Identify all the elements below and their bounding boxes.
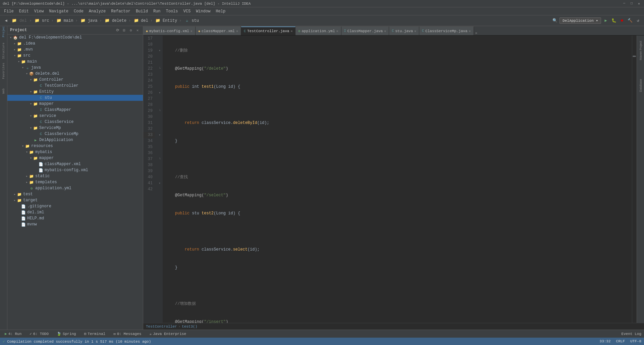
menu-run[interactable]: Run (151, 8, 163, 14)
tree-item-entity[interactable]: ▾ 📁 Entity (7, 89, 143, 95)
debug-button[interactable]: 🐛 (610, 17, 617, 24)
tree-item-del-root[interactable]: ▾ 🏠 del F:\developmentCode\del (7, 34, 143, 41)
collapse-all-button[interactable]: ⊟ (121, 27, 127, 33)
bottom-tab-messages[interactable]: ✉ 0: Messages (111, 330, 143, 338)
tab-stu-java[interactable]: C stu.java ✕ (389, 26, 419, 35)
bottom-tab-spring[interactable]: 🍃 Spring (55, 330, 78, 338)
breadcrumb-main-icon[interactable]: 📁 (56, 17, 62, 24)
breadcrumb-del-icon[interactable]: 📁 (11, 17, 17, 24)
web-panel-toggle[interactable]: Web (0, 88, 7, 94)
structure-panel-toggle[interactable]: Structure (0, 48, 7, 54)
menu-view[interactable]: View (32, 8, 47, 14)
tab-classmapper-java[interactable]: I ClassMapper.java ✕ (341, 26, 389, 35)
tree-item-target[interactable]: ▸ 📁 target (7, 197, 143, 203)
bottom-tab-run[interactable]: ▶ 4: Run (3, 330, 23, 338)
breadcrumb-del-folder-icon[interactable]: 📁 (133, 17, 140, 24)
menu-tools[interactable]: Tools (163, 8, 181, 14)
close-panel-button[interactable]: ✕ (135, 27, 140, 33)
breadcrumb-entity-icon[interactable]: 📁 (155, 17, 161, 24)
tree-item-resources[interactable]: ▾ 📁 resources (7, 143, 143, 149)
bottom-tab-todo[interactable]: ✓ 6: TODO (28, 330, 51, 338)
gutter-fold-41[interactable]: ▾ (157, 180, 163, 186)
project-panel-toggle[interactable]: Project (0, 27, 7, 34)
run-button[interactable]: ▶ (602, 17, 609, 24)
breadcrumb-test3[interactable]: test3() (182, 325, 197, 329)
settings-button[interactable]: ⚙ (128, 27, 133, 33)
refresh-button[interactable]: ↺ (635, 17, 641, 24)
gutter-fold-26[interactable]: ▾ (157, 90, 163, 96)
tree-item-classservicemp[interactable]: ▸ C ClassServiceMp (7, 131, 143, 137)
breadcrumb-stu-icon[interactable]: ☕ (183, 17, 190, 24)
favorites-panel-toggle[interactable]: Favorites (0, 68, 7, 74)
menu-vcs[interactable]: VCS (181, 8, 194, 14)
gutter-fold-37[interactable]: └ (157, 156, 163, 162)
tree-item-classmapper[interactable]: ▸ I ClassMapper (7, 107, 143, 113)
minimize-button[interactable]: ─ (622, 1, 627, 6)
tree-item-help-md[interactable]: ▸ 📄 HELP.md (7, 215, 143, 221)
tree-item-mvnw[interactable]: ▸ 📄 mvnw (7, 221, 143, 227)
encoding[interactable]: UTF-8 (630, 339, 641, 343)
tree-item-delete-del[interactable]: ▾ 📦 delete.del (7, 71, 143, 77)
sync-button[interactable]: ⟳ (115, 27, 120, 33)
tree-item-src[interactable]: ▾ 📁 src (7, 53, 143, 59)
code-editor[interactable]: //删除 @GetMapping("/delete") public int t… (163, 36, 632, 323)
breadcrumb-testcontroller[interactable]: TestController (146, 325, 177, 329)
tab-testcontroller[interactable]: C TestController.java ✕ (241, 26, 296, 35)
gutter-fold-33[interactable]: ▾ (157, 132, 163, 138)
tab-classmapper-xml[interactable]: ◆ classMapper.xml ✕ (196, 26, 241, 35)
tree-item-servicemp[interactable]: ▾ 📁 ServiceMp (7, 125, 143, 131)
database-sidebar[interactable]: Database (638, 76, 644, 95)
menu-navigate[interactable]: Navigate (46, 8, 71, 14)
gutter-fold-22[interactable]: └ (157, 66, 163, 72)
menu-file[interactable]: File (1, 8, 16, 14)
bottom-tab-terminal[interactable]: ⊟ Terminal (82, 330, 107, 338)
stop-button[interactable]: ■ (619, 17, 625, 24)
tab-close-button[interactable]: ✕ (469, 29, 471, 33)
close-button[interactable]: ✕ (637, 1, 641, 6)
tree-item-test[interactable]: ▸ 📁 test (7, 191, 143, 197)
line-ending[interactable]: CRLF (616, 339, 625, 343)
tree-item-classmapper-xml[interactable]: ▸ 📄 classMapper.xml (7, 161, 143, 167)
tab-close-button[interactable]: ✕ (290, 29, 292, 33)
toolbar-search-icon[interactable]: 🔍 (551, 17, 558, 24)
build-button[interactable]: 🔨 (627, 17, 633, 24)
tree-item-stu[interactable]: ▸ C stu (7, 95, 143, 101)
tree-item-mapper-resources[interactable]: ▾ 📁 mapper (7, 155, 143, 161)
toolbar-back-icon[interactable]: ◀ (3, 17, 9, 24)
tree-item-gitignore[interactable]: ▸ 📄 .gitignore (7, 203, 143, 209)
tree-item-main[interactable]: ▾ 📁 main (7, 59, 143, 65)
gutter-fold-29[interactable]: └ (157, 108, 163, 114)
tab-application-yml[interactable]: ⚙ application.yml ✕ (296, 26, 341, 35)
tree-item-controller[interactable]: ▾ 📁 Controller (7, 77, 143, 83)
menu-refactor[interactable]: Refactor (108, 8, 133, 14)
maven-project-sidebar[interactable]: Maven Project (638, 38, 644, 63)
menu-window[interactable]: Window (193, 8, 213, 14)
tree-item-application-yml[interactable]: ▸ ⚙ application.yml (7, 185, 143, 191)
tree-item-templates[interactable]: ▸ 📁 templates (7, 179, 143, 185)
bottom-tab-java-enterprise[interactable]: ☕ Java Enterprise (147, 330, 188, 338)
tree-item-static[interactable]: ▸ 📁 static (7, 173, 143, 179)
tab-classservicemp-java[interactable]: C ClassServiceMp.java ✕ (419, 26, 474, 35)
tree-item-mapper[interactable]: ▾ 📁 mapper (7, 101, 143, 107)
menu-build[interactable]: Build (133, 8, 151, 14)
cursor-position[interactable]: 33:32 (600, 339, 611, 343)
tab-close-button[interactable]: ✕ (191, 29, 193, 33)
gutter-fold-19[interactable]: ▾ (157, 48, 163, 54)
menu-code[interactable]: Code (71, 8, 86, 14)
tab-close-button[interactable]: ✕ (384, 29, 386, 33)
more-tabs-button[interactable]: » (475, 31, 478, 35)
tree-item-classservice[interactable]: ▸ C ClassService (7, 119, 143, 125)
event-log-button[interactable]: Event Log (622, 332, 641, 336)
tree-item-mybatis[interactable]: ▾ 📁 mybatis (7, 149, 143, 155)
tab-close-button[interactable]: ✕ (236, 29, 238, 33)
menu-help[interactable]: Help (213, 8, 228, 14)
maximize-button[interactable]: □ (629, 1, 634, 6)
menu-edit[interactable]: Edit (16, 8, 32, 14)
breadcrumb-delete-icon[interactable]: 📁 (104, 17, 111, 24)
tree-item-mybatis-config-xml[interactable]: ▸ 📄 mybatis-config.xml (7, 167, 143, 173)
run-config-selector[interactable]: DelApplication ▾ (559, 17, 601, 24)
tree-item-testcontroller[interactable]: ▸ C TestController (7, 83, 143, 89)
breadcrumb-java-icon[interactable]: 📁 (80, 17, 87, 24)
tree-item-idea[interactable]: ▸ 📁 .idea (7, 41, 143, 47)
tree-item-mvn[interactable]: ▸ 📁 .mvn (7, 47, 143, 53)
